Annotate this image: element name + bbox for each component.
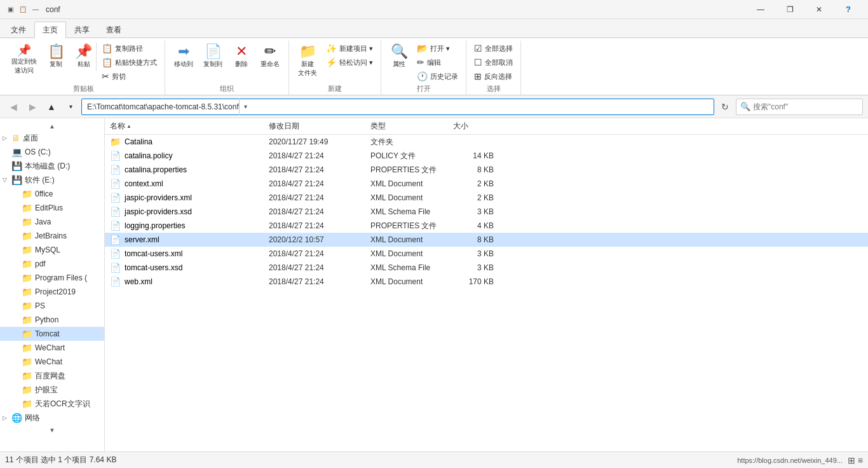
- delete-button[interactable]: ✕ 删除: [229, 42, 254, 71]
- invert-selection-button[interactable]: ⊞ 反向选择: [471, 70, 515, 83]
- copy-icon: 📋: [48, 45, 65, 59]
- sidebar-item----[interactable]: 📁护眼宝: [0, 383, 104, 397]
- expand-icon[interactable]: ▽: [3, 177, 10, 183]
- address-dropdown[interactable]: ▾: [239, 99, 252, 115]
- table-row[interactable]: 📄jaspic-providers.xml2018/4/27 21:24XML …: [105, 191, 868, 205]
- copy-path-button[interactable]: 📋 复制路径: [99, 42, 159, 55]
- back-button[interactable]: ◀: [5, 99, 22, 115]
- header-name[interactable]: 名称 ▲: [110, 121, 269, 132]
- sidebar-item---OCR---[interactable]: 📁天若OCR文字识: [0, 397, 104, 411]
- minimize-button[interactable]: —: [746, 0, 775, 19]
- sidebar-item-Java[interactable]: 📁Java: [0, 215, 104, 229]
- table-row[interactable]: 📄catalina.policy2018/4/27 21:24POLICY 文件…: [105, 149, 868, 163]
- sidebar-item-0ffice[interactable]: 📁0ffice: [0, 187, 104, 201]
- new-item-button[interactable]: ✨ 新建项目 ▾: [323, 42, 376, 55]
- sidebar-item-Project2019[interactable]: 📁Project2019: [0, 285, 104, 299]
- easy-access-button[interactable]: ⚡ 轻松访问 ▾: [323, 56, 376, 69]
- header-date[interactable]: 修改日期: [269, 121, 370, 132]
- copy-button[interactable]: 📋 复制: [43, 42, 69, 71]
- sidebar-item---[interactable]: ▷🖥桌面: [0, 131, 104, 145]
- folder-icon: 💻: [11, 147, 22, 157]
- paste-shortcut-button[interactable]: 📋 粘贴快捷方式: [99, 56, 159, 69]
- sidebar-item-label: pdf: [35, 259, 46, 268]
- tab-share[interactable]: 共享: [66, 22, 98, 38]
- tab-view[interactable]: 查看: [98, 22, 130, 38]
- history-button[interactable]: 🕐 历史记录: [414, 70, 461, 83]
- address-input[interactable]: E:\Tomcat\tomcat\apache-tomcat-8.5.31\co…: [81, 99, 714, 115]
- sidebar-item-OS--C--[interactable]: 💻OS (C:): [0, 145, 104, 159]
- header-type[interactable]: 类型: [370, 121, 453, 132]
- sidebar-scroll-up[interactable]: ▲: [0, 121, 104, 131]
- tab-home[interactable]: 主页: [34, 22, 66, 38]
- file-name: jaspic-providers.xsd: [125, 207, 192, 216]
- edit-button[interactable]: ✏ 编辑: [414, 56, 461, 69]
- table-row[interactable]: 📄tomcat-users.xml2018/4/27 21:24XML Docu…: [105, 247, 868, 261]
- sidebar-item-Python[interactable]: 📁Python: [0, 313, 104, 327]
- sidebar-item-label: WeChat: [35, 357, 62, 366]
- move-icon: ➡: [178, 45, 189, 59]
- properties-label: 属性: [393, 60, 405, 69]
- properties-button[interactable]: 🔍 属性: [386, 42, 412, 71]
- table-row[interactable]: 📄context.xml2018/4/27 21:24XML Document2…: [105, 177, 868, 191]
- file-size: 8 KB: [453, 165, 504, 174]
- copy-to-button[interactable]: 📄 复制到: [200, 42, 226, 71]
- clipboard-group-label: 剪贴板: [8, 83, 159, 93]
- expand-icon[interactable]: ▷: [3, 415, 10, 421]
- sidebar-item-MySQL[interactable]: 📁MySQL: [0, 243, 104, 257]
- sidebar-item-----E--[interactable]: ▽💾软件 (E:): [0, 173, 104, 187]
- sidebar-item-----[interactable]: 📁百度网盘: [0, 369, 104, 383]
- paste-button[interactable]: 📌 粘贴: [71, 42, 97, 71]
- table-row[interactable]: 📄logging.properties2018/4/27 21:24PROPER…: [105, 219, 868, 233]
- sidebar-item-Program-Files--[interactable]: 📁Program Files (: [0, 271, 104, 285]
- sidebar-item-label: Program Files (: [35, 273, 87, 282]
- forward-button[interactable]: ▶: [24, 99, 41, 115]
- sidebar-item-label: 桌面: [23, 133, 38, 144]
- sidebar-item-WeChat[interactable]: 📁WeChat: [0, 355, 104, 369]
- file-size: 3 KB: [453, 249, 504, 258]
- sidebar-item-------D--[interactable]: 💾本地磁盘 (D:): [0, 159, 104, 173]
- maximize-button[interactable]: ❐: [775, 0, 804, 19]
- sidebar-scroll-down[interactable]: ▼: [0, 425, 104, 435]
- tab-file[interactable]: 文件: [3, 22, 34, 38]
- table-row[interactable]: 📄catalina.properties2018/4/27 21:24PROPE…: [105, 163, 868, 177]
- sidebar-item-pdf[interactable]: 📁pdf: [0, 257, 104, 271]
- sidebar-item-EditPlus[interactable]: 📁EditPlus: [0, 201, 104, 215]
- table-row[interactable]: 📄jaspic-providers.xsd2018/4/27 21:24XML …: [105, 205, 868, 219]
- sidebar-item-label: 百度网盘: [35, 371, 65, 382]
- open-button[interactable]: 📂 打开 ▾: [414, 42, 461, 55]
- sidebar-item-WeChart[interactable]: 📁WeChart: [0, 341, 104, 355]
- file-name: tomcat-users.xml: [125, 249, 182, 258]
- close-button[interactable]: ✕: [804, 0, 834, 19]
- table-row[interactable]: 📄server.xml2020/12/2 10:57XML Document8 …: [105, 233, 868, 247]
- search-box[interactable]: 🔍: [736, 99, 863, 115]
- sidebar-item---[interactable]: ▷🌐网络: [0, 411, 104, 425]
- expand-icon[interactable]: ▷: [3, 135, 10, 141]
- search-input[interactable]: [753, 102, 858, 111]
- help-button[interactable]: ?: [834, 0, 863, 19]
- header-size[interactable]: 大小: [453, 121, 504, 132]
- quick-access-icon: 📋: [18, 4, 28, 15]
- sidebar-item-Tomcat[interactable]: 📁Tomcat: [0, 327, 104, 341]
- sidebar-item-PS[interactable]: 📁PS: [0, 299, 104, 313]
- up-button[interactable]: ▲: [43, 99, 60, 115]
- sidebar-items-container: ▷🖥桌面💻OS (C:)💾本地磁盘 (D:)▽💾软件 (E:)📁0ffice📁E…: [0, 131, 104, 425]
- ribbon-group-select-content: ☑ 全部选择 ☐ 全部取消 ⊞ 反向选择: [471, 42, 515, 83]
- invert-icon: ⊞: [474, 71, 482, 81]
- cut-button[interactable]: ✂ 剪切: [99, 70, 159, 83]
- sidebar-item-label: JetBrains: [35, 231, 67, 240]
- recent-locations-button[interactable]: ▾: [62, 99, 79, 115]
- table-row[interactable]: 📄tomcat-users.xsd2018/4/27 21:24XML Sche…: [105, 261, 868, 275]
- deselect-all-button[interactable]: ☐ 全部取消: [471, 56, 515, 69]
- rename-button[interactable]: ✏ 重命名: [257, 42, 283, 71]
- sidebar-item-JetBrains[interactable]: 📁JetBrains: [0, 229, 104, 243]
- edit-label: 编辑: [427, 58, 441, 67]
- refresh-button[interactable]: ↻: [717, 99, 733, 115]
- sidebar-item-label: 护眼宝: [35, 385, 58, 396]
- move-to-button[interactable]: ➡ 移动到: [170, 42, 197, 71]
- pin-to-quick-access-button[interactable]: 📌 固定到快速访问: [8, 42, 41, 78]
- new-folder-button[interactable]: 📁 新建文件夹: [294, 42, 321, 80]
- select-all-button[interactable]: ☑ 全部选择: [471, 42, 515, 55]
- table-row[interactable]: 📁Catalina2020/11/27 19:49文件夹: [105, 135, 868, 149]
- table-row[interactable]: 📄web.xml2018/4/27 21:24XML Document170 K…: [105, 275, 868, 289]
- folder-icon: 📁: [22, 329, 32, 339]
